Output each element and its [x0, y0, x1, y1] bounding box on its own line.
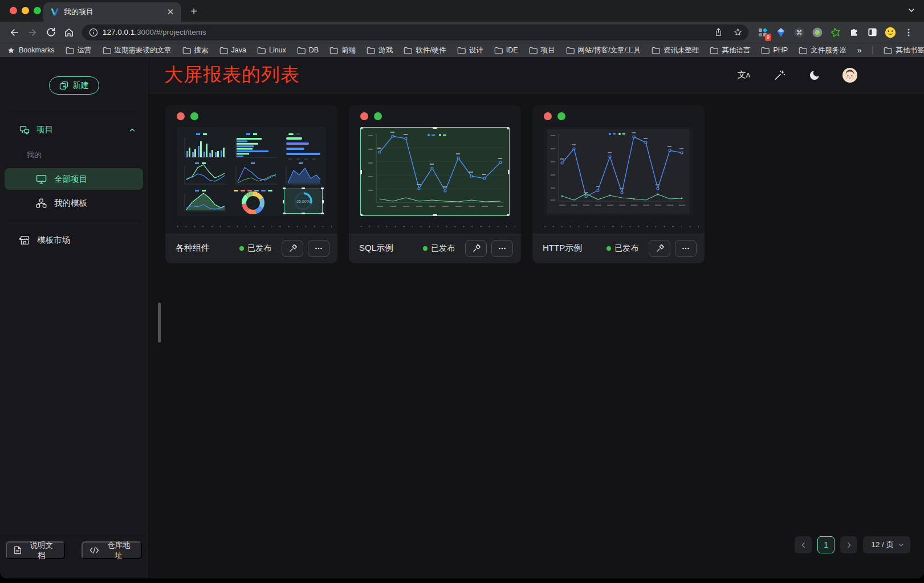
folder-icon: [529, 47, 538, 54]
chevron-up-icon[interactable]: [128, 126, 136, 134]
sidebar-item-template-market[interactable]: 模板市场: [0, 223, 148, 257]
status-dot: [423, 246, 428, 251]
status-badge: 已发布: [423, 243, 455, 254]
scrollbar-thumb[interactable]: [158, 303, 161, 343]
status-badge: 已发布: [239, 243, 271, 254]
edit-project-button[interactable]: [649, 240, 670, 257]
tab-strip: 我的项目 ✕ +: [0, 0, 924, 22]
folder-icon: [103, 47, 111, 54]
bookmarks-manager-item[interactable]: Bookmarks: [7, 46, 55, 55]
magic-wand-icon[interactable]: [771, 67, 787, 83]
bookmark-folder-item[interactable]: Java: [219, 46, 246, 54]
bookmark-folder-item[interactable]: 前端: [329, 46, 356, 55]
extension-puzzle-icon[interactable]: [846, 25, 861, 40]
sidebar-footer: 说明文档 仓库地址: [0, 536, 148, 578]
current-page-button[interactable]: 1: [817, 536, 835, 553]
card-footer: 各种组件 已发布: [165, 234, 337, 263]
header-icons: 文A: [736, 67, 858, 83]
bookmark-star-icon[interactable]: [730, 25, 745, 40]
new-tab-button[interactable]: +: [186, 3, 202, 19]
user-avatar[interactable]: [842, 67, 858, 83]
chevron-left-icon: [800, 541, 807, 549]
language-icon[interactable]: 文A: [736, 67, 752, 83]
next-page-button[interactable]: [840, 536, 857, 553]
folder-icon: [710, 47, 718, 54]
chevron-right-icon: [845, 541, 853, 549]
folder-icon: [329, 47, 338, 54]
forward-button[interactable]: [24, 24, 41, 41]
extension-command-icon[interactable]: ⌘: [792, 25, 807, 40]
tab-search-chevron-icon[interactable]: [907, 6, 916, 15]
bookmark-folder-item[interactable]: 设计: [457, 46, 483, 55]
bookmark-folder-item[interactable]: Linux: [257, 46, 286, 54]
url-bar[interactable]: 127.0.0.1:3000/#/project/items: [82, 25, 748, 40]
star-icon: [7, 46, 15, 55]
edit-project-button[interactable]: [282, 240, 303, 257]
sidebar-item-my-templates[interactable]: 我的模板: [5, 192, 143, 214]
other-bookmarks-item[interactable]: 其他书签: [884, 46, 924, 55]
bookmark-folder-item[interactable]: IDE: [494, 46, 518, 54]
new-project-button[interactable]: 新建: [49, 76, 99, 95]
red-dot: [360, 112, 368, 120]
card-window-dots: [165, 105, 337, 125]
sidebar-group-projects[interactable]: 项目: [0, 112, 148, 143]
extension-kite-icon[interactable]: [774, 25, 788, 40]
bookmark-folder-item[interactable]: 资讯未整理: [652, 46, 699, 55]
site-info-icon[interactable]: [89, 28, 98, 37]
more-actions-button[interactable]: [491, 240, 513, 257]
bookmark-folder-item[interactable]: 网站/博客/文章/工具: [566, 46, 641, 55]
bookmarks-bar: Bookmarks 运营 近期需要读的文章 搜索: [0, 43, 924, 57]
project-thumbnail: 25.00%: [177, 127, 326, 216]
edit-project-button[interactable]: [465, 240, 487, 257]
bookmark-folder-item[interactable]: 文件服务器: [799, 46, 846, 55]
browser-menu-icon[interactable]: [901, 25, 916, 40]
sidebar-item-all-projects[interactable]: 全部项目: [5, 168, 143, 190]
browser-window: 我的项目 ✕ + 127.0.0.1:3000/#/project/items: [0, 0, 924, 578]
folder-icon: [404, 47, 412, 54]
traffic-lights: [10, 7, 41, 14]
profile-avatar-emoji[interactable]: [883, 25, 898, 40]
bookmark-folder-item[interactable]: 搜索: [182, 46, 209, 55]
folder-icon: [457, 47, 466, 54]
bookmark-folder-item[interactable]: 其他语言: [710, 46, 750, 55]
bookmark-folder-item[interactable]: 运营: [66, 46, 92, 55]
url-text[interactable]: 127.0.0.1:3000/#/project/items: [103, 28, 706, 36]
status-dot: [606, 246, 611, 251]
home-button[interactable]: [60, 24, 78, 41]
share-icon[interactable]: [711, 25, 726, 40]
extension-record-icon[interactable]: [810, 25, 825, 40]
thumbnail-components-grid-chart: 25.00%: [177, 127, 326, 216]
docs-button[interactable]: 说明文档: [6, 541, 65, 559]
more-actions-button[interactable]: [308, 240, 329, 257]
template-flow-icon: [36, 198, 47, 208]
more-actions-button[interactable]: [675, 240, 697, 257]
back-button[interactable]: [6, 24, 23, 41]
prev-page-button[interactable]: [795, 536, 812, 553]
bookmarks-overflow-chevron[interactable]: »: [857, 46, 862, 55]
green-dot: [374, 112, 382, 120]
tab-close-icon[interactable]: ✕: [165, 7, 176, 17]
extension-star-icon[interactable]: [828, 25, 843, 40]
dark-mode-moon-icon[interactable]: [807, 67, 823, 83]
zoom-window-button[interactable]: [34, 7, 41, 14]
reload-button[interactable]: [42, 24, 59, 41]
card-window-dots: [532, 105, 705, 125]
bookmark-folder-item[interactable]: 软件/硬件: [404, 46, 446, 55]
document-icon: [14, 546, 22, 555]
side-panel-icon[interactable]: [865, 25, 880, 40]
folder-icon: [761, 47, 770, 54]
extension-blocks-icon[interactable]: 9: [755, 25, 770, 40]
bookmark-folder-item[interactable]: DB: [297, 46, 319, 54]
bookmark-folder-item[interactable]: 项目: [529, 46, 555, 55]
card-dotted-divider: [355, 226, 515, 227]
browser-tab[interactable]: 我的项目 ✕: [43, 2, 181, 22]
close-window-button[interactable]: [10, 7, 17, 14]
page-size-select[interactable]: 12 / 页: [863, 536, 910, 553]
svg-text:⌘: ⌘: [796, 29, 803, 36]
bookmark-folder-item[interactable]: PHP: [761, 46, 788, 54]
bookmark-folder-item[interactable]: 游戏: [367, 46, 393, 55]
repo-button[interactable]: 仓库地址: [82, 541, 142, 559]
bookmark-folder-item[interactable]: 近期需要读的文章: [103, 46, 172, 55]
thumbnail-sql-line-chart: [360, 127, 510, 216]
minimize-window-button[interactable]: [22, 7, 29, 14]
